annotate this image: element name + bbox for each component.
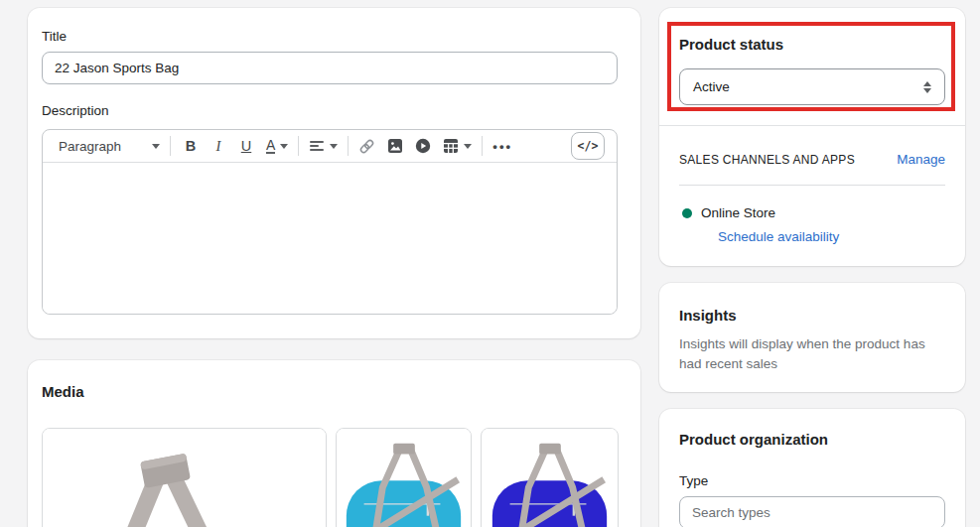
cyan-duffel-bag-image bbox=[337, 429, 471, 527]
alignment-dropdown[interactable] bbox=[309, 139, 338, 153]
manage-channels-link[interactable]: Manage bbox=[897, 152, 945, 167]
product-status-heading: Product status bbox=[679, 36, 945, 53]
insights-card: Insights Insights will display when the … bbox=[659, 283, 965, 392]
sales-channels-heading: SALES CHANNELS AND APPS bbox=[679, 153, 855, 167]
insights-body-text: Insights will display when the product h… bbox=[679, 334, 932, 374]
media-tile-primary[interactable] bbox=[42, 428, 327, 527]
description-editor: Paragraph B I U A bbox=[42, 129, 618, 315]
media-tile-list bbox=[42, 428, 618, 527]
media-heading: Media bbox=[42, 383, 618, 400]
product-organization-card: Product organization Type bbox=[659, 409, 965, 527]
video-play-icon bbox=[415, 138, 431, 154]
channel-name: Online Store bbox=[701, 205, 775, 220]
title-input[interactable] bbox=[42, 52, 618, 84]
product-details-card: Title Description Paragraph B I U A bbox=[28, 8, 640, 338]
insights-heading: Insights bbox=[679, 307, 945, 324]
toolbar-divider bbox=[348, 136, 349, 156]
channels-divider bbox=[679, 185, 945, 186]
paragraph-style-dropdown[interactable]: Paragraph bbox=[59, 139, 160, 154]
italic-button[interactable]: I bbox=[209, 138, 228, 155]
product-organization-heading: Product organization bbox=[679, 431, 945, 448]
main-column: Title Description Paragraph B I U A bbox=[28, 8, 640, 527]
status-card: Product status Active SALES CHANNELS AND… bbox=[659, 8, 965, 266]
align-left-icon bbox=[309, 139, 325, 153]
text-color-button[interactable]: A bbox=[266, 138, 288, 154]
media-card: Media bbox=[28, 360, 640, 527]
sales-channels-section: SALES CHANNELS AND APPS Manage Online St… bbox=[659, 126, 965, 267]
editor-toolbar: Paragraph B I U A bbox=[43, 130, 617, 163]
chevron-down-icon bbox=[152, 144, 160, 149]
insert-table-dropdown[interactable] bbox=[443, 138, 472, 154]
toolbar-divider bbox=[298, 136, 299, 156]
table-icon bbox=[443, 138, 459, 154]
schedule-availability-link[interactable]: Schedule availability bbox=[718, 229, 839, 244]
product-status-value: Active bbox=[693, 79, 730, 94]
product-status-section: Product status Active bbox=[659, 8, 965, 125]
chevron-down-icon bbox=[330, 144, 338, 149]
insert-video-button[interactable] bbox=[415, 138, 431, 154]
status-dot-icon bbox=[682, 208, 692, 218]
type-label: Type bbox=[679, 473, 945, 488]
title-label: Title bbox=[42, 29, 618, 44]
bag-handle-image bbox=[43, 429, 326, 527]
paragraph-style-label: Paragraph bbox=[59, 139, 121, 154]
blue-duffel-bag-image bbox=[482, 429, 618, 527]
insert-image-button[interactable] bbox=[387, 138, 403, 154]
description-label: Description bbox=[42, 103, 618, 118]
chevron-down-icon bbox=[280, 144, 288, 149]
more-options-button[interactable]: ••• bbox=[492, 139, 512, 154]
media-tile-blue-bag[interactable] bbox=[481, 428, 619, 527]
product-status-select[interactable]: Active bbox=[679, 68, 945, 105]
code-icon: </> bbox=[578, 139, 599, 153]
chevron-down-icon bbox=[464, 144, 472, 149]
image-icon bbox=[387, 138, 403, 154]
select-updown-icon bbox=[923, 81, 931, 93]
show-html-button[interactable]: </> bbox=[571, 132, 605, 160]
bold-button[interactable]: B bbox=[181, 138, 201, 154]
sidebar-column: Product status Active SALES CHANNELS AND… bbox=[659, 8, 965, 527]
link-icon bbox=[358, 138, 375, 155]
channel-row-online-store: Online Store bbox=[679, 205, 945, 220]
toolbar-divider bbox=[482, 136, 483, 156]
type-search-input[interactable] bbox=[679, 496, 945, 527]
insert-link-button[interactable] bbox=[358, 138, 375, 155]
description-textarea[interactable] bbox=[43, 163, 617, 314]
toolbar-divider bbox=[170, 136, 171, 156]
underline-button[interactable]: U bbox=[236, 138, 256, 154]
media-tile-cyan-bag[interactable] bbox=[336, 428, 472, 527]
